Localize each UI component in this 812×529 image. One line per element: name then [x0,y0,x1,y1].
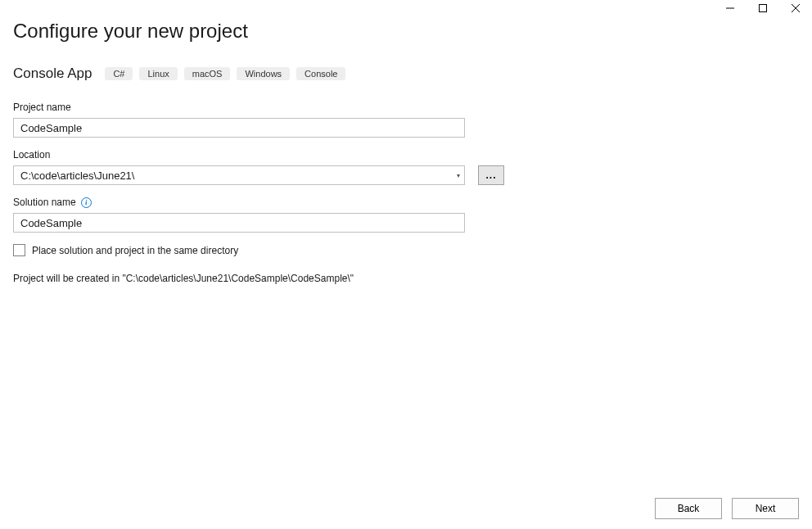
location-label: Location [13,149,799,161]
close-icon [792,4,800,12]
project-name-input[interactable] [13,118,465,138]
window-titlebar [714,0,812,16]
back-button[interactable]: Back [655,498,722,519]
next-button[interactable]: Next [732,498,799,519]
maximize-icon [759,4,767,12]
template-name: Console App [13,66,92,82]
solution-name-label: Solution name [13,197,76,208]
svg-rect-1 [760,5,767,12]
maximize-button[interactable] [747,0,779,16]
close-button[interactable] [779,0,812,16]
tag-windows: Windows [237,67,290,80]
location-input[interactable] [13,165,465,185]
tag-console: Console [296,67,345,80]
same-directory-label: Place solution and project in the same d… [32,245,238,256]
tag-macos: macOS [184,67,231,80]
info-icon[interactable]: i [81,197,92,208]
browse-button[interactable]: ... [478,165,504,185]
same-directory-checkbox[interactable] [13,244,25,256]
minimize-button[interactable] [714,0,747,16]
tag-linux: Linux [139,67,177,80]
project-name-label: Project name [13,102,799,113]
minimize-icon [726,4,734,12]
footer: Back Next [655,498,799,519]
tag-csharp: C# [105,67,133,80]
page-title: Configure your new project [13,20,799,43]
solution-name-input[interactable] [13,213,465,233]
path-preview: Project will be created in "C:\code\arti… [13,273,799,284]
template-row: Console App C# Linux macOS Windows Conso… [13,66,799,82]
template-tags: C# Linux macOS Windows Console [105,67,345,80]
